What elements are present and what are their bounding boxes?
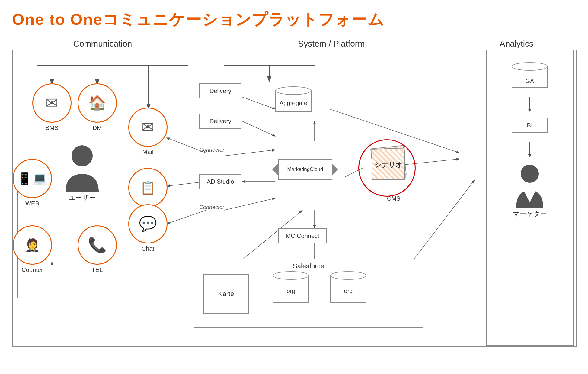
mc-connect-node: MC Connect <box>278 228 327 243</box>
org1-node: org <box>273 271 309 303</box>
bi-node: BI <box>512 118 548 133</box>
svg-line-9 <box>242 121 275 136</box>
user-node: ユーザー <box>62 144 102 202</box>
svg-line-11 <box>224 150 275 156</box>
page-title: One to Oneコミュニケーションプラットフォーム <box>12 9 576 30</box>
mail-node: ✉ Mail <box>128 108 168 156</box>
web-node: 📱💻 WEB <box>13 159 52 207</box>
delivery1-node: Delivery <box>199 83 241 98</box>
svg-line-14 <box>167 210 206 224</box>
scenario-node: シナリオ <box>357 138 417 198</box>
marketing-cloud-node: MarketingCloud <box>272 159 338 180</box>
svg-point-32 <box>521 165 539 183</box>
dm-node: 🏠 DM <box>78 83 117 131</box>
counter-node: 🤵 Counter <box>13 225 52 273</box>
tel-node: 📞 TEL <box>78 225 117 273</box>
salesforce-node: Salesforce Karte org <box>194 259 423 328</box>
category-system: System / Platform <box>196 39 467 49</box>
marketer-node: マーケター <box>512 163 548 219</box>
karte-node: Karte <box>203 274 249 314</box>
analytics-section: GA BI マーケター <box>486 50 574 346</box>
aggregate-node: Aggregate <box>275 86 312 112</box>
svg-point-31 <box>72 145 93 166</box>
svg-line-8 <box>242 97 275 109</box>
category-communication: Communication <box>12 39 193 49</box>
ad-studio-node: AD Studio <box>199 174 241 189</box>
svg-line-15 <box>224 198 275 210</box>
chat-node: 💬 Chat <box>128 204 168 252</box>
connector1-node: Connector <box>199 147 224 153</box>
org2-node: org <box>330 271 366 303</box>
sms-node: ✉ SMS <box>32 83 72 131</box>
ga-node: GA <box>512 62 548 88</box>
delivery2-node: Delivery <box>199 114 241 129</box>
connector2-node: Connector <box>199 204 224 211</box>
category-analytics: Analytics <box>470 39 563 49</box>
